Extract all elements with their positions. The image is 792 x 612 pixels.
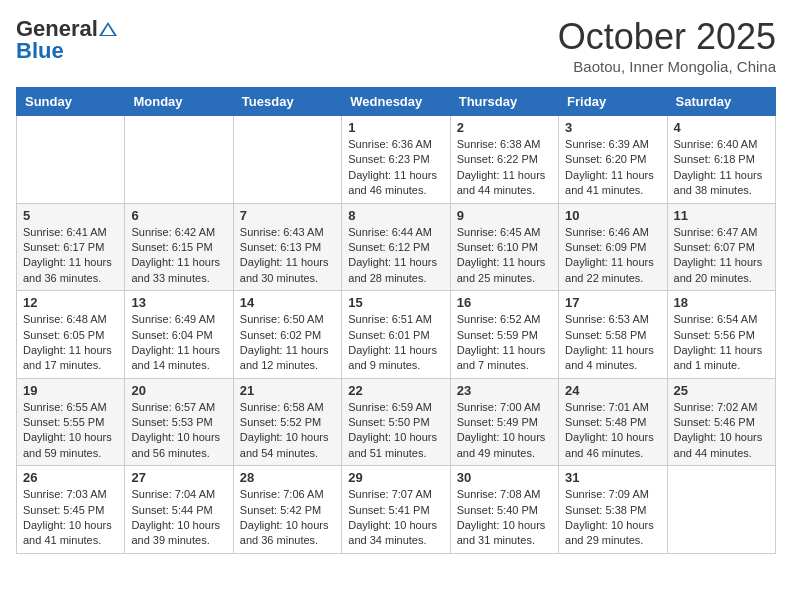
day-info: Sunrise: 6:38 AMSunset: 6:22 PMDaylight:… (457, 137, 552, 199)
day-info: Sunrise: 6:48 AMSunset: 6:05 PMDaylight:… (23, 312, 118, 374)
day-info: Sunrise: 6:52 AMSunset: 5:59 PMDaylight:… (457, 312, 552, 374)
day-info: Sunrise: 6:50 AMSunset: 6:02 PMDaylight:… (240, 312, 335, 374)
day-number: 14 (240, 295, 335, 310)
calendar-cell: 1Sunrise: 6:36 AMSunset: 6:23 PMDaylight… (342, 116, 450, 204)
day-info: Sunrise: 6:41 AMSunset: 6:17 PMDaylight:… (23, 225, 118, 287)
calendar-cell (17, 116, 125, 204)
logo-blue-text: Blue (16, 38, 64, 64)
calendar-cell: 28Sunrise: 7:06 AMSunset: 5:42 PMDayligh… (233, 466, 341, 554)
day-number: 12 (23, 295, 118, 310)
title-block: October 2025 Baotou, Inner Mongolia, Chi… (558, 16, 776, 75)
day-number: 29 (348, 470, 443, 485)
day-info: Sunrise: 6:59 AMSunset: 5:50 PMDaylight:… (348, 400, 443, 462)
calendar-cell: 19Sunrise: 6:55 AMSunset: 5:55 PMDayligh… (17, 378, 125, 466)
day-info: Sunrise: 7:08 AMSunset: 5:40 PMDaylight:… (457, 487, 552, 549)
day-info: Sunrise: 6:46 AMSunset: 6:09 PMDaylight:… (565, 225, 660, 287)
day-number: 28 (240, 470, 335, 485)
calendar-cell: 26Sunrise: 7:03 AMSunset: 5:45 PMDayligh… (17, 466, 125, 554)
header-friday: Friday (559, 88, 667, 116)
calendar-cell: 22Sunrise: 6:59 AMSunset: 5:50 PMDayligh… (342, 378, 450, 466)
calendar-cell: 11Sunrise: 6:47 AMSunset: 6:07 PMDayligh… (667, 203, 775, 291)
day-number: 22 (348, 383, 443, 398)
day-number: 23 (457, 383, 552, 398)
month-title: October 2025 (558, 16, 776, 58)
day-number: 17 (565, 295, 660, 310)
calendar-cell: 6Sunrise: 6:42 AMSunset: 6:15 PMDaylight… (125, 203, 233, 291)
day-number: 21 (240, 383, 335, 398)
day-number: 13 (131, 295, 226, 310)
header-wednesday: Wednesday (342, 88, 450, 116)
day-info: Sunrise: 6:40 AMSunset: 6:18 PMDaylight:… (674, 137, 769, 199)
day-number: 6 (131, 208, 226, 223)
day-info: Sunrise: 6:39 AMSunset: 6:20 PMDaylight:… (565, 137, 660, 199)
day-info: Sunrise: 6:49 AMSunset: 6:04 PMDaylight:… (131, 312, 226, 374)
day-info: Sunrise: 7:03 AMSunset: 5:45 PMDaylight:… (23, 487, 118, 549)
day-info: Sunrise: 7:07 AMSunset: 5:41 PMDaylight:… (348, 487, 443, 549)
day-number: 9 (457, 208, 552, 223)
day-info: Sunrise: 6:54 AMSunset: 5:56 PMDaylight:… (674, 312, 769, 374)
calendar-cell: 29Sunrise: 7:07 AMSunset: 5:41 PMDayligh… (342, 466, 450, 554)
day-info: Sunrise: 7:02 AMSunset: 5:46 PMDaylight:… (674, 400, 769, 462)
day-info: Sunrise: 6:58 AMSunset: 5:52 PMDaylight:… (240, 400, 335, 462)
day-number: 10 (565, 208, 660, 223)
day-info: Sunrise: 6:36 AMSunset: 6:23 PMDaylight:… (348, 137, 443, 199)
calendar-cell: 10Sunrise: 6:46 AMSunset: 6:09 PMDayligh… (559, 203, 667, 291)
logo-icon (99, 20, 117, 38)
calendar-cell: 20Sunrise: 6:57 AMSunset: 5:53 PMDayligh… (125, 378, 233, 466)
calendar-cell: 31Sunrise: 7:09 AMSunset: 5:38 PMDayligh… (559, 466, 667, 554)
calendar-cell: 15Sunrise: 6:51 AMSunset: 6:01 PMDayligh… (342, 291, 450, 379)
calendar-week-row: 5Sunrise: 6:41 AMSunset: 6:17 PMDaylight… (17, 203, 776, 291)
day-number: 1 (348, 120, 443, 135)
calendar-cell: 25Sunrise: 7:02 AMSunset: 5:46 PMDayligh… (667, 378, 775, 466)
calendar-cell: 21Sunrise: 6:58 AMSunset: 5:52 PMDayligh… (233, 378, 341, 466)
calendar-table: Sunday Monday Tuesday Wednesday Thursday… (16, 87, 776, 554)
calendar-cell: 17Sunrise: 6:53 AMSunset: 5:58 PMDayligh… (559, 291, 667, 379)
logo: General Blue (16, 16, 117, 64)
header-monday: Monday (125, 88, 233, 116)
day-info: Sunrise: 7:09 AMSunset: 5:38 PMDaylight:… (565, 487, 660, 549)
day-number: 20 (131, 383, 226, 398)
day-number: 16 (457, 295, 552, 310)
calendar-week-row: 19Sunrise: 6:55 AMSunset: 5:55 PMDayligh… (17, 378, 776, 466)
day-number: 25 (674, 383, 769, 398)
day-info: Sunrise: 6:51 AMSunset: 6:01 PMDaylight:… (348, 312, 443, 374)
calendar-cell: 12Sunrise: 6:48 AMSunset: 6:05 PMDayligh… (17, 291, 125, 379)
day-info: Sunrise: 6:43 AMSunset: 6:13 PMDaylight:… (240, 225, 335, 287)
calendar-cell: 3Sunrise: 6:39 AMSunset: 6:20 PMDaylight… (559, 116, 667, 204)
day-info: Sunrise: 7:04 AMSunset: 5:44 PMDaylight:… (131, 487, 226, 549)
day-info: Sunrise: 6:45 AMSunset: 6:10 PMDaylight:… (457, 225, 552, 287)
day-info: Sunrise: 6:53 AMSunset: 5:58 PMDaylight:… (565, 312, 660, 374)
calendar-cell: 23Sunrise: 7:00 AMSunset: 5:49 PMDayligh… (450, 378, 558, 466)
day-number: 26 (23, 470, 118, 485)
calendar-cell (233, 116, 341, 204)
calendar-cell: 30Sunrise: 7:08 AMSunset: 5:40 PMDayligh… (450, 466, 558, 554)
day-info: Sunrise: 7:00 AMSunset: 5:49 PMDaylight:… (457, 400, 552, 462)
day-info: Sunrise: 6:47 AMSunset: 6:07 PMDaylight:… (674, 225, 769, 287)
calendar-cell: 8Sunrise: 6:44 AMSunset: 6:12 PMDaylight… (342, 203, 450, 291)
day-info: Sunrise: 7:01 AMSunset: 5:48 PMDaylight:… (565, 400, 660, 462)
calendar-cell: 18Sunrise: 6:54 AMSunset: 5:56 PMDayligh… (667, 291, 775, 379)
day-number: 15 (348, 295, 443, 310)
day-number: 8 (348, 208, 443, 223)
calendar-cell: 4Sunrise: 6:40 AMSunset: 6:18 PMDaylight… (667, 116, 775, 204)
calendar-cell: 16Sunrise: 6:52 AMSunset: 5:59 PMDayligh… (450, 291, 558, 379)
day-number: 18 (674, 295, 769, 310)
calendar-week-row: 1Sunrise: 6:36 AMSunset: 6:23 PMDaylight… (17, 116, 776, 204)
page-header: General Blue October 2025 Baotou, Inner … (16, 16, 776, 75)
calendar-cell: 14Sunrise: 6:50 AMSunset: 6:02 PMDayligh… (233, 291, 341, 379)
header-sunday: Sunday (17, 88, 125, 116)
day-number: 11 (674, 208, 769, 223)
day-number: 19 (23, 383, 118, 398)
calendar-cell: 27Sunrise: 7:04 AMSunset: 5:44 PMDayligh… (125, 466, 233, 554)
day-info: Sunrise: 6:44 AMSunset: 6:12 PMDaylight:… (348, 225, 443, 287)
day-number: 2 (457, 120, 552, 135)
day-number: 31 (565, 470, 660, 485)
calendar-cell: 13Sunrise: 6:49 AMSunset: 6:04 PMDayligh… (125, 291, 233, 379)
calendar-cell: 24Sunrise: 7:01 AMSunset: 5:48 PMDayligh… (559, 378, 667, 466)
calendar-cell: 7Sunrise: 6:43 AMSunset: 6:13 PMDaylight… (233, 203, 341, 291)
calendar-cell: 9Sunrise: 6:45 AMSunset: 6:10 PMDaylight… (450, 203, 558, 291)
calendar-week-row: 12Sunrise: 6:48 AMSunset: 6:05 PMDayligh… (17, 291, 776, 379)
calendar-header-row: Sunday Monday Tuesday Wednesday Thursday… (17, 88, 776, 116)
calendar-cell (667, 466, 775, 554)
subtitle: Baotou, Inner Mongolia, China (558, 58, 776, 75)
